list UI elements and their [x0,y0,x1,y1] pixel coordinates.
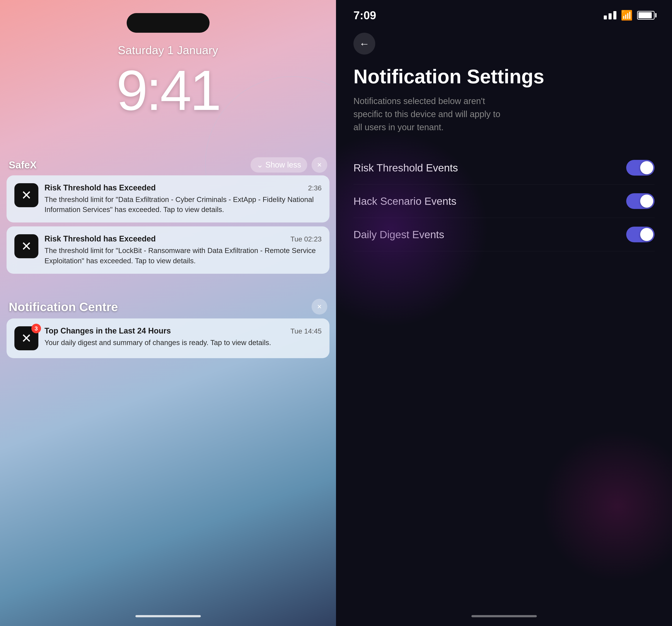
notification-centre-content-1: Top Changes in the Last 24 Hours Tue 14:… [45,326,321,348]
notification-header-row-2: Risk Threshold has Exceeded Tue 02:23 [45,234,321,244]
phone-lock-screen: Saturday 1 January 9:41 SafeX ⌄ Show les… [0,0,336,626]
battery-icon [637,11,654,20]
notification-settings-screen: 7:09 📶 ← Notification Settings Notificat… [336,0,672,626]
safex-x-icon-2: ✕ [21,239,32,254]
notification-body-2: The threshold limit for "LockBit - Ranso… [45,246,321,266]
notification-title-1: Risk Threshold has Exceeded [45,183,156,192]
toggle-knob-hack-scenario [640,194,653,208]
toggle-switch-risk-threshold[interactable] [626,160,654,176]
notification-card-2[interactable]: ✕ Risk Threshold has Exceeded Tue 02:23 … [6,226,330,274]
show-less-button[interactable]: ⌄ Show less [250,157,307,172]
notification-header-row-1: Risk Threshold has Exceeded 2:36 [45,183,321,192]
signal-dot-3 [613,11,617,19]
lock-screen-time: 9:41 [0,58,336,123]
notification-time-1: 2:36 [308,184,321,192]
safex-x-icon-1: ✕ [21,188,32,203]
notification-content-1: Risk Threshold has Exceeded 2:36 The thr… [45,183,321,215]
notification-centre-card-1[interactable]: ✕ 3 Top Changes in the Last 24 Hours Tue… [6,319,330,358]
back-button[interactable]: ← [354,33,375,54]
signal-dot-2 [608,13,611,19]
show-less-label: Show less [265,160,301,169]
status-time: 7:09 [354,9,376,22]
app-icon-centre-1: ✕ 3 [15,326,39,350]
battery-fill [639,12,652,18]
notification-centre-header: Notification Centre × [6,299,330,315]
notification-centre-body-1: Your daily digest and summary of changes… [45,338,321,348]
notification-centre-title-1: Top Changes in the Last 24 Hours [45,326,171,335]
toggle-label-hack-scenario: Hack Scenario Events [354,195,456,207]
safex-controls: ⌄ Show less × [250,157,327,173]
notification-badge: 3 [31,324,41,333]
notification-centre-close-button[interactable]: × [312,299,327,315]
wifi-icon: 📶 [621,9,633,21]
notification-title-2: Risk Threshold has Exceeded [45,234,156,244]
settings-title: Notification Settings [354,65,654,88]
close-icon: × [317,160,321,169]
back-arrow-icon: ← [359,38,369,50]
notification-card-1[interactable]: ✕ Risk Threshold has Exceeded 2:36 The t… [6,176,330,223]
app-icon-1: ✕ [15,183,39,207]
safex-group-title: SafeX [9,159,37,171]
signal-dot-1 [604,16,607,19]
settings-subtitle: Notifications selected below aren't spec… [354,94,502,134]
toggle-knob-daily-digest [640,228,653,241]
notification-centre-title: Notification Centre [9,300,118,314]
notification-centre-group: Notification Centre × ✕ 3 Top Changes in… [6,299,330,362]
notification-centre-time-1: Tue 14:45 [290,327,321,335]
status-icons: 📶 [604,9,654,21]
notification-body-1: The threshold limit for "Data Exfiltrati… [45,194,321,215]
toggle-label-risk-threshold: Risk Threshold Events [354,162,458,174]
toggle-switch-daily-digest[interactable] [626,227,654,242]
toggle-switch-hack-scenario[interactable] [626,193,654,209]
safex-x-icon-centre: ✕ [21,331,32,346]
toggle-row-risk-threshold: Risk Threshold Events [354,151,654,185]
toggle-row-hack-scenario: Hack Scenario Events [354,185,654,218]
safex-close-button[interactable]: × [312,157,327,173]
lock-screen-date: Saturday 1 January [0,44,336,57]
app-icon-2: ✕ [15,234,39,258]
safex-group-header: SafeX ⌄ Show less × [6,157,330,173]
signal-icon [604,11,617,19]
chevron-down-icon: ⌄ [257,160,263,169]
safex-notification-group: SafeX ⌄ Show less × ✕ Risk Threshold has… [6,157,330,278]
toggle-label-daily-digest: Daily Digest Events [354,229,444,240]
settings-content: Notification Settings Notifications sele… [336,65,672,251]
settings-home-indicator [472,615,537,617]
toggle-knob-risk-threshold [640,161,653,174]
phone-notch [127,13,210,33]
close-icon-centre: × [317,302,321,311]
toggle-row-daily-digest: Daily Digest Events [354,218,654,251]
home-indicator [136,615,201,617]
status-bar: 7:09 📶 [336,0,672,26]
notification-centre-header-row-1: Top Changes in the Last 24 Hours Tue 14:… [45,326,321,335]
notification-time-2: Tue 02:23 [290,235,321,243]
notification-content-2: Risk Threshold has Exceeded Tue 02:23 Th… [45,234,321,266]
